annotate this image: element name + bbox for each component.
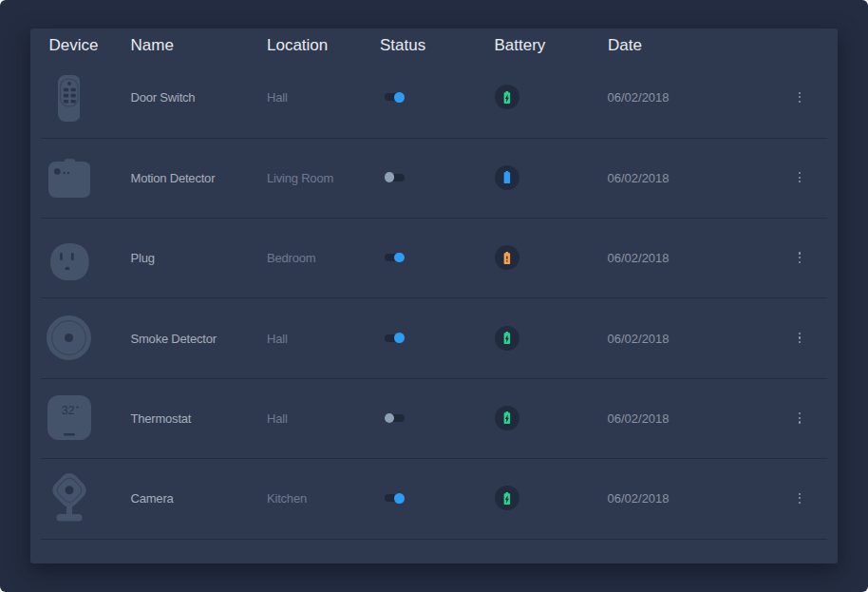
svg-text:32: 32 bbox=[62, 405, 75, 418]
